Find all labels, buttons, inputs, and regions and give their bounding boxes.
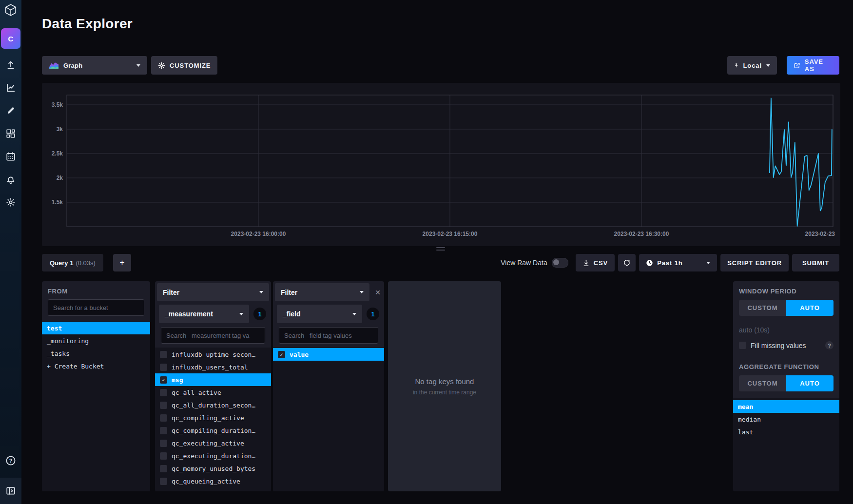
sidebar-item-help[interactable]: ? [5,455,16,466]
field-key-label: _field [283,310,301,318]
export-icon [794,62,800,69]
field-key-dropdown[interactable]: _field [277,305,362,323]
view-raw-data-toggle[interactable] [552,258,568,268]
measurement-item[interactable]: qc_compiling_active [155,411,271,424]
filter-type-dropdown[interactable]: Filter [157,283,269,301]
svg-text:3.5k: 3.5k [52,101,63,108]
pin-icon [734,62,739,69]
csv-download-button[interactable]: CSV [576,254,615,271]
measurement-item-checkbox[interactable] [160,440,167,447]
bucket-item[interactable]: test [42,322,150,334]
clock-icon [646,259,653,267]
measurement-item-checkbox[interactable] [160,389,167,396]
measurement-search-input[interactable] [161,327,265,344]
measurement-item-label: influxdb_uptime_secon… [172,351,255,358]
measurement-item[interactable]: qc_all_active [155,386,271,399]
fill-missing-help-icon[interactable]: ? [825,341,834,349]
measurement-key-label: _measurement [165,310,213,318]
measurement-item-checkbox[interactable] [160,465,167,472]
csv-label: CSV [594,259,608,267]
influxdb-logo[interactable] [4,3,18,17]
aggregate-function-list: meanmedianlast [733,398,839,491]
aggregate-custom-button[interactable]: CUSTOM [739,375,786,391]
fill-missing-values-checkbox[interactable] [739,342,746,349]
field-search-input[interactable] [279,327,378,344]
sidebar-item-dashboards[interactable] [5,128,16,139]
measurement-item-checkbox[interactable] [160,478,167,485]
sidebar-collapse-toggle[interactable] [0,478,21,504]
org-avatar[interactable]: C [1,28,20,49]
measurement-list: influxdb_uptime_secon…influxdb_users_tot… [155,348,271,491]
bucket-search-input[interactable] [48,299,144,316]
measurement-item-checkbox[interactable]: ✓ [160,376,167,384]
bucket-item[interactable]: _monitoring [42,334,150,347]
measurement-item-checkbox[interactable] [160,402,167,409]
measurement-item-checkbox[interactable] [160,427,167,434]
gear-icon [158,62,165,69]
svg-text:1.5k: 1.5k [52,199,63,206]
measurement-item[interactable]: qc_memory_unused_bytes [155,462,271,475]
aggregate-mode-toggle: CUSTOM AUTO [739,375,834,391]
measurement-key-dropdown[interactable]: _measurement [159,305,249,323]
measurement-item[interactable]: qc_executing_active [155,437,271,449]
field-item-checkbox[interactable]: ✓ [278,351,285,358]
measurement-item-checkbox[interactable] [160,364,167,371]
sidebar-item-notebooks[interactable] [5,105,16,116]
customize-button[interactable]: CUSTOMIZE [151,56,217,75]
measurement-item-checkbox[interactable] [160,414,167,422]
query-controls: View Raw Data CSV Past 1h SCRIPT EDITOR [501,254,839,271]
filter-type-dropdown[interactable]: Filter [275,283,369,301]
save-as-button[interactable]: SAVE AS [787,56,839,75]
aggregate-function-item[interactable]: mean [733,400,839,413]
aggregate-auto-button[interactable]: AUTO [786,375,834,391]
line-chart-icon [6,83,16,93]
measurement-item[interactable]: ✓msg [155,373,271,386]
script-editor-label: SCRIPT EDITOR [727,259,782,267]
measurement-item-label: qc_memory_unused_bytes [172,465,255,472]
field-item[interactable]: ✓value [273,348,384,361]
measurement-item[interactable]: influxdb_uptime_secon… [155,348,271,361]
sidebar-nav [0,59,21,208]
time-range-dropdown[interactable]: Past 1h [639,254,717,271]
filter-dropdown-label: Filter [163,289,179,296]
bucket-item[interactable]: _tasks [42,347,150,360]
window-custom-button[interactable]: CUSTOM [739,300,786,316]
sidebar-item-data-explorer[interactable] [5,82,16,93]
upload-icon [6,60,16,70]
visualization-type-dropdown[interactable]: Graph [42,56,147,75]
bucket-item[interactable]: + Create Bucket [42,360,150,372]
page-title: Data Explorer [42,16,133,32]
fill-missing-values-label: Fill missing values [751,342,806,349]
measurement-item[interactable]: qc_executing_duration… [155,449,271,462]
window-auto-button[interactable]: AUTO [786,300,834,316]
refresh-icon [623,259,631,267]
aggregate-function-item[interactable]: last [733,426,839,438]
measurement-item[interactable]: influxdb_users_total [155,361,271,373]
local-label: Local [743,62,762,69]
close-filter-icon[interactable]: × [371,288,384,297]
time-range-label: Past 1h [657,259,683,267]
sidebar-item-alerts[interactable] [5,174,16,185]
query-tab[interactable]: Query 1 (0.03s) [42,254,103,271]
chevron-down-icon [136,64,140,67]
influxdb-cube-icon [4,3,18,17]
submit-button[interactable]: SUBMIT [792,254,839,271]
expand-sidebar-icon [6,486,16,496]
measurement-item-checkbox[interactable] [160,351,167,358]
measurement-item[interactable]: qc_compiling_duration… [155,424,271,437]
field-item-label: value [290,351,309,358]
view-raw-data-label: View Raw Data [501,259,547,267]
resize-drag-handle[interactable] [436,247,445,251]
local-dropdown[interactable]: Local [727,56,777,75]
measurement-item[interactable]: qc_all_duration_secon… [155,399,271,411]
add-query-button[interactable]: + [113,254,131,271]
refresh-button[interactable] [618,254,636,271]
aggregate-function-item[interactable]: median [733,413,839,426]
script-editor-button[interactable]: SCRIPT EDITOR [720,254,789,271]
window-period-title: WINDOW PERIOD [733,281,839,300]
measurement-item-checkbox[interactable] [160,452,167,460]
measurement-item[interactable]: qc_queueing_active [155,475,271,487]
sidebar-item-settings[interactable] [5,197,16,208]
sidebar-item-load-data[interactable] [5,59,16,70]
sidebar-item-tasks[interactable] [5,151,16,162]
